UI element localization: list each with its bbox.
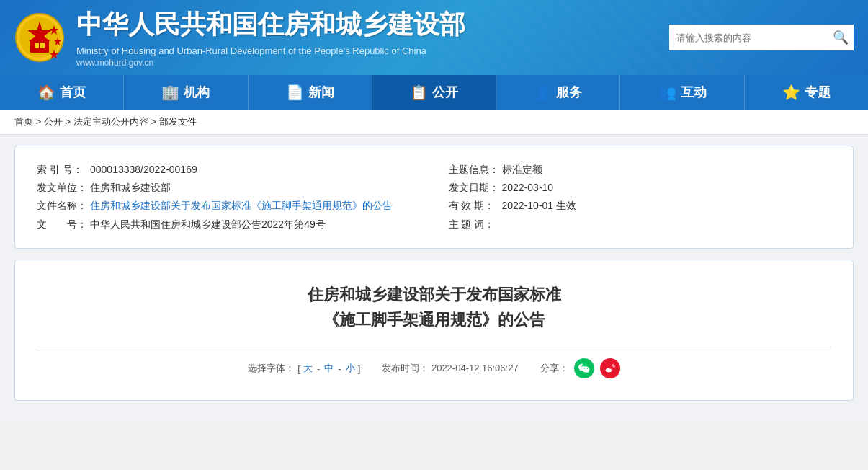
- service-icon: 👤: [534, 84, 552, 101]
- info-grid: 索 引 号： 000013338/2022-00169 发文单位： 住房和城乡建…: [37, 161, 831, 234]
- nav-label-home: 首页: [60, 84, 86, 101]
- doc-meta: 选择字体： [ 大 - 中 - 小 ] 发布时间： 2022-04-12 16:…: [37, 358, 831, 378]
- breadcrumb-category[interactable]: 法定主动公开内容: [73, 116, 148, 127]
- site-title-en: Ministry of Housing and Urban-Rural Deve…: [76, 45, 465, 56]
- nav-label-service: 服务: [556, 84, 582, 101]
- font-size-selector: 选择字体： [ 大 - 中 - 小 ]: [248, 362, 360, 375]
- info-row-index: 索 引 号： 000013338/2022-00169: [37, 161, 420, 179]
- share-area: 分享：: [540, 358, 620, 378]
- breadcrumb-open[interactable]: 公开: [44, 116, 63, 127]
- font-size-large[interactable]: 大: [303, 362, 313, 375]
- info-row-theme: 主题信息： 标准定额: [449, 161, 832, 179]
- info-row-date: 发文日期： 2022-03-10: [449, 179, 832, 197]
- svg-rect-8: [40, 43, 45, 48]
- value-filename[interactable]: 住房和城乡建设部关于发布国家标准《施工脚手架通用规范》的公告: [90, 197, 393, 215]
- info-row-keywords: 主 题 词：: [449, 216, 832, 234]
- interact-icon: 👥: [658, 84, 676, 101]
- nav-item-topic[interactable]: ⭐ 专题: [745, 75, 868, 110]
- doc-title-line1: 住房和城乡建设部关于发布国家标准: [37, 282, 831, 307]
- news-icon: 📄: [286, 84, 304, 101]
- font-size-label: 选择字体：: [248, 362, 295, 375]
- font-size-small[interactable]: 小: [346, 362, 355, 375]
- nav-label-open: 公开: [432, 84, 458, 101]
- breadcrumb-home[interactable]: 首页: [14, 116, 33, 127]
- breadcrumb: 首页 > 公开 > 法定主动公开内容 > 部发文件: [0, 110, 868, 135]
- home-icon: 🏠: [37, 84, 55, 101]
- org-icon: 🏢: [161, 84, 179, 101]
- nav-item-home[interactable]: 🏠 首页: [0, 75, 124, 110]
- label-effective: 有 效 期：: [449, 197, 499, 215]
- doc-card: 住房和城乡建设部关于发布国家标准 《施工脚手架通用规范》的公告 选择字体： [ …: [14, 260, 854, 401]
- publish-time: 2022-04-12 16:06:27: [431, 363, 519, 373]
- logo-area: 中华人民共和国住房和城乡建设部 Ministry of Housing and …: [14, 7, 465, 68]
- info-row-docno: 文 号： 中华人民共和国住房和城乡建设部公告2022年第49号: [37, 216, 420, 234]
- nav-label-topic: 专题: [805, 84, 831, 101]
- value-org: 住房和城乡建设部: [90, 179, 171, 197]
- nav-item-news[interactable]: 📄 新闻: [249, 75, 372, 110]
- search-button[interactable]: 🔍: [828, 25, 854, 50]
- open-icon: 📋: [410, 84, 428, 101]
- nav-label-news: 新闻: [308, 84, 334, 101]
- nav-item-org[interactable]: 🏢 机构: [124, 75, 248, 110]
- nav-item-interact[interactable]: 👥 互动: [620, 75, 744, 110]
- breadcrumb-current: 部发文件: [159, 116, 197, 127]
- info-row-org: 发文单位： 住房和城乡建设部: [37, 179, 420, 197]
- label-org: 发文单位：: [37, 179, 87, 197]
- weibo-share-button[interactable]: [600, 358, 620, 378]
- value-docno: 中华人民共和国住房和城乡建设部公告2022年第49号: [90, 216, 326, 234]
- publish-label: 发布时间：: [382, 363, 429, 373]
- nav-bar: 🏠 首页 🏢 机构 📄 新闻 📋 公开 👤 服务 👥 互动 ⭐ 专题: [0, 75, 868, 110]
- bracket-open: [: [297, 363, 300, 374]
- value-effective: 2022-10-01 生效: [502, 197, 577, 215]
- share-label: 分享：: [540, 362, 568, 375]
- doc-title-line2: 《施工脚手架通用规范》的公告: [37, 307, 831, 332]
- info-card: 索 引 号： 000013338/2022-00169 发文单位： 住房和城乡建…: [14, 146, 854, 249]
- nav-label-org: 机构: [184, 84, 210, 101]
- svg-rect-6: [30, 40, 49, 53]
- main-content: 索 引 号： 000013338/2022-00169 发文单位： 住房和城乡建…: [0, 135, 868, 422]
- site-header: 中华人民共和国住房和城乡建设部 Ministry of Housing and …: [0, 0, 868, 75]
- value-theme: 标准定额: [502, 161, 542, 179]
- bracket-close: ]: [358, 363, 361, 374]
- publish-time-area: 发布时间： 2022-04-12 16:06:27: [382, 362, 518, 375]
- topic-icon: ⭐: [782, 84, 800, 101]
- logo-emblem: [14, 12, 65, 63]
- wechat-share-button[interactable]: [574, 358, 594, 378]
- font-size-medium[interactable]: 中: [324, 362, 334, 375]
- label-theme: 主题信息：: [449, 161, 499, 179]
- nav-item-open[interactable]: 📋 公开: [372, 75, 496, 110]
- label-index: 索 引 号：: [37, 161, 87, 179]
- info-row-effective: 有 效 期： 2022-10-01 生效: [449, 197, 832, 215]
- nav-label-interact: 互动: [681, 84, 707, 101]
- site-url: www.mohurd.gov.cn: [76, 58, 465, 68]
- label-date: 发文日期：: [449, 179, 499, 197]
- svg-rect-7: [35, 43, 39, 48]
- value-index: 000013338/2022-00169: [90, 161, 197, 179]
- value-date: 2022-03-10: [502, 179, 554, 197]
- doc-divider: [37, 347, 831, 347]
- doc-title: 住房和城乡建设部关于发布国家标准 《施工脚手架通用规范》的公告: [37, 282, 831, 332]
- label-keywords: 主 题 词：: [449, 216, 499, 234]
- label-filename: 文件名称：: [37, 197, 87, 215]
- site-title-area: 中华人民共和国住房和城乡建设部 Ministry of Housing and …: [76, 7, 465, 68]
- label-docno: 文 号：: [37, 216, 87, 234]
- info-right: 主题信息： 标准定额 发文日期： 2022-03-10 有 效 期： 2022-…: [449, 161, 832, 234]
- info-left: 索 引 号： 000013338/2022-00169 发文单位： 住房和城乡建…: [37, 161, 420, 234]
- nav-item-service[interactable]: 👤 服务: [496, 75, 620, 110]
- info-row-filename: 文件名称： 住房和城乡建设部关于发布国家标准《施工脚手架通用规范》的公告: [37, 197, 420, 215]
- site-title-cn: 中华人民共和国住房和城乡建设部: [76, 7, 465, 43]
